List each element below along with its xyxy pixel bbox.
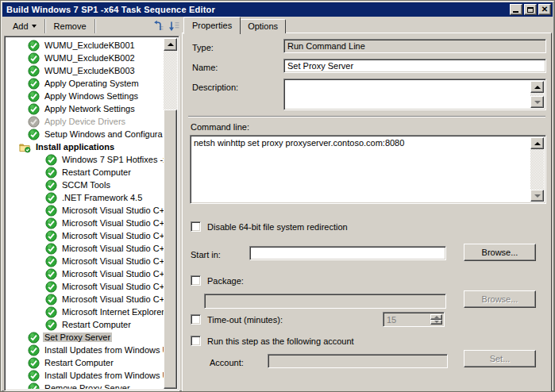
- timeout-label: Time-out (minutes):: [207, 315, 283, 325]
- tree-item[interactable]: WUMU_ExcludeKB002: [6, 52, 164, 64]
- tab-properties[interactable]: Properties: [183, 17, 241, 34]
- step-check-icon: [28, 90, 40, 102]
- tree-item[interactable]: Windows 7 SP1 Hotfixes -x: [6, 153, 164, 166]
- description-scrollbar[interactable]: [530, 81, 544, 108]
- step-check-icon: [28, 382, 40, 390]
- scroll-up-button[interactable]: [530, 137, 544, 149]
- tree-item[interactable]: Set Proxy Server: [6, 331, 164, 344]
- command-line-field[interactable]: netsh winhttp set proxy proxyserver.cont…: [190, 135, 546, 204]
- disable-redirect-checkbox[interactable]: [191, 221, 201, 232]
- tab-options[interactable]: Options: [240, 19, 286, 33]
- toolbar: Add Remove: [2, 17, 182, 36]
- command-line-scrollbar[interactable]: [530, 137, 544, 202]
- scrollbar-track[interactable]: [164, 51, 177, 110]
- step-check-icon: [28, 370, 40, 382]
- tree-item[interactable]: Microsoft Visual Studio C++: [6, 293, 164, 306]
- start-in-browse-button[interactable]: Browse...: [464, 244, 536, 261]
- tree-item-label: Microsoft Visual Studio C++: [60, 282, 164, 291]
- description-field[interactable]: [283, 79, 546, 110]
- tree-item[interactable]: Restart Computer: [6, 318, 164, 331]
- tree-item-label: Apply Windows Settings: [43, 91, 140, 101]
- remove-button[interactable]: Remove: [48, 18, 92, 34]
- tree-item-label: Microsoft Visual Studio C++: [60, 231, 164, 240]
- tree-item-label: Restart Computer: [60, 320, 133, 329]
- tree-item[interactable]: Restart Computer: [6, 166, 164, 179]
- scrollbar-thumb[interactable]: [164, 110, 177, 389]
- scroll-up-icon: [534, 86, 541, 89]
- remove-button-label: Remove: [54, 21, 87, 31]
- window-title: Build Windows 7 SP1 -x64 Task Sequence E…: [6, 5, 215, 14]
- tree-item-label: Setup Windows and Configura: [43, 129, 164, 139]
- scroll-up-icon: [534, 142, 541, 145]
- tree-item[interactable]: Install Updates from Windows U: [6, 369, 164, 382]
- tree-item[interactable]: Install applications: [6, 140, 164, 153]
- tree-item[interactable]: SCCM Tools: [6, 179, 164, 191]
- tree-item[interactable]: WUMU_ExcludeKB003: [6, 64, 164, 77]
- step-check-icon: [45, 167, 57, 179]
- scroll-down-button[interactable]: [530, 96, 544, 108]
- move-down-button[interactable]: [166, 18, 182, 34]
- spin-down-button[interactable]: [430, 320, 442, 325]
- tree-item[interactable]: Microsoft Visual Studio C++: [6, 217, 164, 229]
- tree-item[interactable]: Microsoft Internet Explorer: [6, 306, 164, 318]
- scroll-down-button[interactable]: [530, 190, 544, 202]
- step-check-icon: [28, 65, 40, 77]
- tree-item[interactable]: Restart Computer: [6, 356, 164, 369]
- close-button[interactable]: ✕: [538, 4, 551, 15]
- tab-strip: Properties Options: [183, 17, 286, 33]
- tree-scrollbar[interactable]: [164, 38, 177, 389]
- step-check-icon: [28, 332, 40, 344]
- start-in-label: Start in:: [191, 250, 221, 259]
- tree-item-label: SCCM Tools: [60, 180, 112, 190]
- step-check-icon: [45, 319, 57, 331]
- tree-item[interactable]: Setup Windows and Configura: [6, 128, 164, 140]
- scroll-down-icon: [534, 194, 541, 198]
- move-up-button[interactable]: [150, 18, 166, 34]
- spin-up-icon: [434, 316, 439, 318]
- timeout-checkbox[interactable]: [191, 314, 201, 325]
- title-bar: Build Windows 7 SP1 -x64 Task Sequence E…: [2, 2, 553, 17]
- package-field: [204, 294, 446, 309]
- tree-item-label: Microsoft Visual Studio C++: [60, 256, 164, 266]
- add-button[interactable]: Add: [7, 18, 42, 34]
- timeout-value: 15: [387, 315, 396, 325]
- tree-item-label: Apply Device Drivers: [43, 117, 127, 126]
- tree-item[interactable]: Microsoft Visual Studio C++: [6, 255, 164, 267]
- minimize-button[interactable]: [510, 4, 522, 15]
- tree-item[interactable]: Install Updates from Windows U: [6, 344, 164, 356]
- account-field: [268, 354, 448, 368]
- tree-item-label: WUMU_ExcludeKB003: [43, 66, 137, 75]
- tree-item[interactable]: Microsoft Visual Studio C++: [6, 204, 164, 217]
- tree-item[interactable]: Apply Device Drivers: [6, 115, 164, 128]
- tree-item-label: Microsoft Internet Explorer: [60, 307, 164, 317]
- tree-item[interactable]: Microsoft Visual Studio C++: [6, 280, 164, 293]
- tree-item[interactable]: WUMU_ExcludeKB001: [6, 39, 164, 52]
- tree-item[interactable]: Microsoft Visual Studio C++: [6, 267, 164, 280]
- type-label: Type:: [192, 43, 214, 52]
- tree-item-label: Microsoft Visual Studio C++: [60, 218, 164, 228]
- step-check-icon: [45, 230, 57, 242]
- scroll-up-button[interactable]: [530, 81, 544, 93]
- tree-item[interactable]: Apply Windows Settings: [6, 90, 164, 102]
- tree-item[interactable]: Remove Proxy Server: [6, 382, 164, 389]
- tree-item[interactable]: .NET Framework 4.5: [6, 191, 164, 204]
- package-checkbox[interactable]: [191, 275, 201, 286]
- tree-item-label: Install applications: [34, 142, 116, 152]
- scroll-up-button[interactable]: [164, 38, 177, 51]
- close-icon: ✕: [542, 6, 549, 13]
- start-in-input[interactable]: [249, 246, 446, 260]
- tree-item[interactable]: Apply Network Settings: [6, 102, 164, 115]
- toolbar-separator: [44, 19, 46, 33]
- tree-item-label: Microsoft Visual Studio C++: [60, 244, 164, 253]
- maximize-button[interactable]: [524, 4, 537, 15]
- name-input[interactable]: [283, 59, 546, 73]
- step-check-icon: [45, 243, 57, 255]
- step-check-icon: [28, 52, 40, 64]
- run-as-checkbox[interactable]: [191, 336, 201, 346]
- step-check-icon: [45, 256, 57, 267]
- maximize-icon: [527, 7, 534, 13]
- tree-item[interactable]: Microsoft Visual Studio C++: [6, 242, 164, 255]
- tree-item[interactable]: Microsoft Visual Studio C++: [6, 229, 164, 242]
- step-check-icon: [28, 344, 40, 356]
- tree-item[interactable]: Apply Operating System: [6, 77, 164, 90]
